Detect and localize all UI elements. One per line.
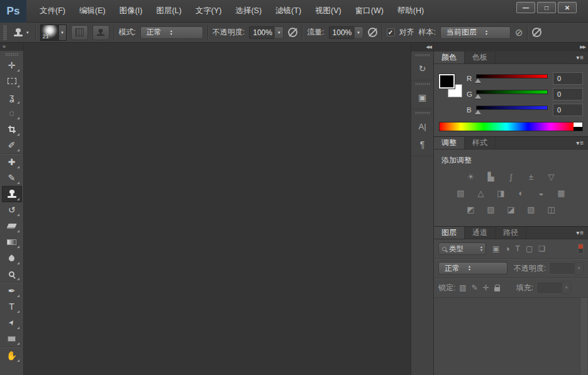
layers-scrollbar[interactable] xyxy=(580,298,587,375)
menu-select[interactable]: 选择(S) xyxy=(228,0,269,22)
aligned-checkbox[interactable]: ✓ xyxy=(387,28,395,36)
dock-grip[interactable] xyxy=(415,112,430,114)
minimize-button[interactable]: — xyxy=(516,2,535,13)
green-value-field[interactable]: 0 xyxy=(553,88,583,101)
move-tool[interactable]: ✛ xyxy=(2,57,22,73)
layer-filter-type-dropdown[interactable]: 类型 xyxy=(438,242,486,255)
curves-icon[interactable]: ʃ xyxy=(506,172,516,182)
flow-value[interactable]: 100% xyxy=(329,26,354,39)
green-slider[interactable] xyxy=(476,90,548,99)
layer-blend-mode-dropdown[interactable]: 正常 xyxy=(438,262,508,274)
exposure-icon[interactable]: ± xyxy=(526,172,536,182)
rectangular-marquee-tool[interactable] xyxy=(2,73,22,90)
red-value-field[interactable]: 0 xyxy=(553,72,583,85)
layer-opacity-combo[interactable] xyxy=(549,262,584,274)
tab-swatches[interactable]: 色板 xyxy=(465,52,496,63)
pen-pressure-size-icon[interactable] xyxy=(532,28,541,37)
posterize-icon[interactable]: ▨ xyxy=(485,205,496,214)
filter-smart-object-icon[interactable]: ❏ xyxy=(538,244,545,253)
opacity-combo[interactable]: 100% xyxy=(249,26,284,39)
close-button[interactable]: ✕ xyxy=(558,2,577,13)
eraser-tool[interactable] xyxy=(2,218,22,234)
menu-filter[interactable]: 滤镜(T) xyxy=(269,0,308,22)
levels-icon[interactable]: ▙ xyxy=(485,172,496,182)
slider-thumb[interactable] xyxy=(475,110,481,114)
pen-tool[interactable]: ✒ xyxy=(2,283,22,299)
opacity-value[interactable]: 100% xyxy=(249,26,274,39)
lasso-tool[interactable]: ʓ xyxy=(2,89,22,106)
menu-file[interactable]: 文件(F) xyxy=(33,0,72,22)
lock-all-icon[interactable] xyxy=(494,287,500,291)
type-tool[interactable]: T xyxy=(2,299,22,315)
path-selection-tool[interactable]: ➤ xyxy=(2,315,22,331)
eyedropper-tool[interactable]: ✐ xyxy=(2,138,22,154)
slider-thumb[interactable] xyxy=(475,79,481,83)
tab-styles[interactable]: 样式 xyxy=(465,137,496,149)
dock-grip[interactable] xyxy=(415,83,430,85)
history-panel-icon[interactable]: ↻ xyxy=(419,62,426,75)
layer-filtering-toggle[interactable] xyxy=(578,244,584,254)
dock-collapse-button[interactable]: ▶▶ xyxy=(434,43,588,52)
toggle-clone-source-panel-button[interactable] xyxy=(92,25,109,40)
layers-list[interactable] xyxy=(434,298,588,375)
photo-filter-icon[interactable]: ◐ xyxy=(516,188,526,198)
tab-layers[interactable]: 图层 xyxy=(434,227,465,239)
opacity-dropdown-button[interactable] xyxy=(274,26,284,39)
black-swatch[interactable] xyxy=(574,127,582,131)
spot-healing-brush-tool[interactable]: ✚ xyxy=(2,154,22,170)
menu-view[interactable]: 视图(V) xyxy=(308,0,348,22)
hand-tool[interactable]: ✋ xyxy=(2,347,22,364)
layer-opacity-dropdown-button[interactable] xyxy=(574,262,584,274)
maximize-button[interactable]: □ xyxy=(537,2,556,13)
dock-grip[interactable] xyxy=(415,54,430,57)
gradient-map-icon[interactable]: ▧ xyxy=(526,205,536,214)
toolbar-grip[interactable] xyxy=(5,53,19,56)
lock-position-icon[interactable]: ✛ xyxy=(483,283,489,292)
color-balance-icon[interactable]: △ xyxy=(475,188,486,198)
blur-tool[interactable] xyxy=(2,250,22,266)
tab-adjustments[interactable]: 调整 xyxy=(434,137,465,149)
foreground-color-swatch[interactable] xyxy=(439,74,455,89)
dock-expand-button[interactable]: ◀◀ xyxy=(411,43,433,52)
toggle-brush-panel-button[interactable] xyxy=(71,25,88,40)
slider-thumb[interactable] xyxy=(475,94,481,99)
menu-help[interactable]: 帮助(H) xyxy=(391,0,431,22)
dodge-tool[interactable] xyxy=(2,266,22,283)
panel-menu-icon[interactable]: ▾≡ xyxy=(576,52,588,63)
panel-menu-icon[interactable]: ▾≡ xyxy=(576,137,588,149)
history-brush-tool[interactable]: ↺ xyxy=(2,202,22,219)
quick-selection-tool[interactable]: ◌ xyxy=(2,106,22,122)
ignore-adjustment-layers-icon[interactable]: ⊘ xyxy=(515,27,523,38)
sample-dropdown[interactable]: 当前图层 xyxy=(440,26,511,39)
pen-pressure-opacity-icon[interactable] xyxy=(288,28,297,37)
toolbar-collapse-button[interactable]: » xyxy=(0,43,23,51)
flow-dropdown-button[interactable] xyxy=(354,26,363,39)
layer-opacity-value[interactable] xyxy=(549,262,574,274)
character-panel-icon[interactable]: A| xyxy=(418,120,426,133)
lock-image-pixels-icon[interactable]: ✎ xyxy=(472,283,478,292)
blend-mode-dropdown[interactable]: 正常 xyxy=(140,26,203,39)
brightness-contrast-icon[interactable]: ☀ xyxy=(465,172,476,182)
options-bar-grip[interactable] xyxy=(3,25,7,40)
filter-shape-icon[interactable]: ▢ xyxy=(526,244,533,253)
brush-preset-picker[interactable]: 21 ▼ xyxy=(40,24,67,41)
layer-fill-combo[interactable] xyxy=(536,281,571,294)
gradient-tool[interactable] xyxy=(2,234,22,251)
layer-fill-dropdown-button[interactable] xyxy=(562,281,571,294)
tab-paths[interactable]: 路径 xyxy=(496,227,526,239)
threshold-icon[interactable]: ◪ xyxy=(506,205,516,214)
hue-saturation-icon[interactable]: ▤ xyxy=(455,188,466,198)
vibrance-icon[interactable]: ▽ xyxy=(546,172,557,182)
crop-tool[interactable] xyxy=(2,121,22,138)
airbrush-icon[interactable] xyxy=(368,28,377,37)
color-spectrum-ramp[interactable] xyxy=(439,122,583,131)
flow-combo[interactable]: 100% xyxy=(329,26,363,39)
clone-stamp-tool[interactable] xyxy=(2,186,22,202)
menu-type[interactable]: 文字(Y) xyxy=(189,0,229,22)
blue-value-field[interactable]: 0 xyxy=(553,104,583,116)
menu-edit[interactable]: 编辑(E) xyxy=(72,0,113,22)
menu-window[interactable]: 窗口(W) xyxy=(348,0,391,22)
panel-menu-icon[interactable]: ▾≡ xyxy=(576,227,588,239)
red-slider[interactable] xyxy=(476,74,548,83)
filter-adjustment-icon[interactable]: ◑ xyxy=(505,244,509,253)
